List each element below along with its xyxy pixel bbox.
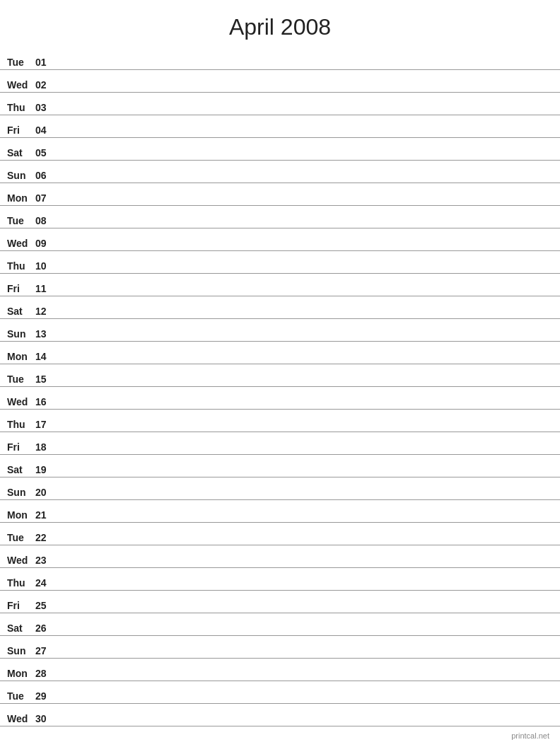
day-line (57, 520, 553, 521)
table-row: Tue08 (0, 206, 560, 228)
day-name: Mon (7, 351, 35, 362)
table-row: Wed09 (0, 228, 560, 251)
day-line (57, 339, 553, 340)
day-name: Tue (7, 374, 35, 385)
table-row: Thu24 (0, 568, 560, 591)
day-number: 13 (35, 328, 57, 340)
day-name: Mon (7, 668, 35, 679)
day-name: Sat (7, 147, 35, 158)
table-row: Fri25 (0, 591, 560, 613)
day-line (57, 180, 553, 181)
day-name: Fri (7, 600, 35, 611)
day-line (57, 248, 553, 249)
day-number: 10 (35, 260, 57, 272)
day-line (57, 543, 553, 543)
day-number: 19 (35, 464, 57, 475)
table-row: Tue01 (0, 47, 560, 70)
day-number: 08 (35, 215, 57, 226)
table-row: Wed16 (0, 387, 560, 410)
day-name: Tue (7, 215, 35, 226)
day-name: Sat (7, 306, 35, 317)
day-line (57, 565, 553, 566)
day-number: 12 (35, 306, 57, 317)
day-number: 22 (35, 532, 57, 543)
day-line (57, 656, 553, 656)
table-row: Wed23 (0, 545, 560, 568)
day-number: 28 (35, 668, 57, 679)
day-number: 18 (35, 441, 57, 453)
day-number: 06 (35, 170, 57, 181)
table-row: Sat12 (0, 296, 560, 319)
day-line (57, 226, 553, 226)
day-name: Wed (7, 555, 35, 566)
table-row: Wed30 (0, 704, 560, 726)
day-number: 30 (35, 713, 57, 724)
page-title: April 2008 (0, 0, 560, 47)
day-number: 20 (35, 487, 57, 498)
table-row: Sun06 (0, 161, 560, 183)
table-row: Tue15 (0, 364, 560, 387)
day-line (57, 90, 553, 91)
day-line (57, 701, 553, 702)
table-row: Thu03 (0, 93, 560, 115)
day-line (57, 112, 553, 113)
day-number: 11 (35, 283, 57, 294)
day-number: 21 (35, 509, 57, 521)
day-number: 29 (35, 690, 57, 702)
table-row: Sat05 (0, 138, 560, 161)
table-row: Sun27 (0, 636, 560, 659)
table-row: Thu10 (0, 251, 560, 274)
day-number: 16 (35, 396, 57, 407)
day-number: 27 (35, 645, 57, 656)
table-row: Sun13 (0, 319, 560, 342)
day-line (57, 271, 553, 272)
day-name: Tue (7, 57, 35, 68)
day-line (57, 497, 553, 498)
day-name: Sun (7, 487, 35, 498)
table-row: Mon07 (0, 183, 560, 206)
day-name: Sat (7, 464, 35, 475)
table-row: Mon28 (0, 659, 560, 681)
day-name: Sun (7, 645, 35, 656)
table-row: Fri18 (0, 432, 560, 455)
day-name: Thu (7, 260, 35, 272)
day-line (57, 678, 553, 679)
day-name: Thu (7, 102, 35, 113)
table-row: Fri04 (0, 115, 560, 138)
day-name: Thu (7, 419, 35, 430)
table-row: Tue29 (0, 681, 560, 704)
calendar-rows: Tue01Wed02Thu03Fri04Sat05Sun06Mon07Tue08… (0, 47, 560, 726)
day-name: Thu (7, 577, 35, 589)
day-line (57, 452, 553, 453)
day-number: 15 (35, 374, 57, 385)
day-name: Mon (7, 192, 35, 204)
day-line (57, 633, 553, 634)
day-number: 14 (35, 351, 57, 362)
table-row: Mon14 (0, 342, 560, 364)
table-row: Sat26 (0, 613, 560, 636)
day-name: Fri (7, 283, 35, 294)
day-name: Mon (7, 509, 35, 521)
day-line (57, 135, 553, 136)
day-name: Wed (7, 396, 35, 407)
day-number: 25 (35, 600, 57, 611)
day-number: 17 (35, 419, 57, 430)
table-row: Wed02 (0, 70, 560, 93)
table-row: Tue22 (0, 523, 560, 545)
day-line (57, 724, 553, 724)
table-row: Mon21 (0, 500, 560, 523)
day-line (57, 67, 553, 68)
day-name: Sun (7, 170, 35, 181)
day-name: Wed (7, 79, 35, 91)
table-row: Sat19 (0, 455, 560, 477)
day-line (57, 203, 553, 204)
day-line (57, 429, 553, 430)
day-name: Sat (7, 622, 35, 634)
day-line (57, 610, 553, 611)
day-number: 26 (35, 622, 57, 634)
day-line (57, 158, 553, 158)
day-name: Fri (7, 441, 35, 453)
day-number: 03 (35, 102, 57, 113)
day-name: Tue (7, 690, 35, 702)
day-number: 01 (35, 57, 57, 68)
